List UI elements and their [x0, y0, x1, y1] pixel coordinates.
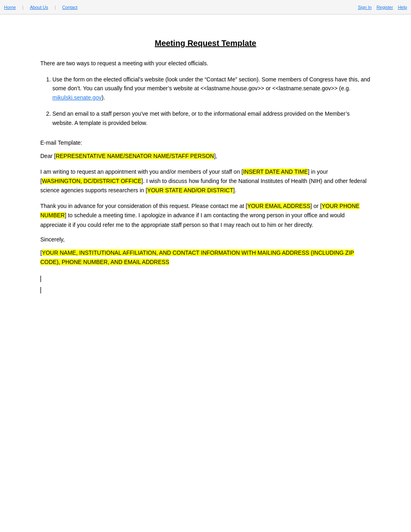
list-item-1-text-after: ). — [102, 94, 105, 101]
email-label: E-mail Template: — [40, 139, 371, 146]
para2-mid2: ] to schedule a meeting time. I apologiz… — [40, 212, 345, 228]
dear-line: Dear [REPRESENTATIVE NAME/SENATOR NAME/S… — [40, 152, 371, 161]
dear-highlight: REPRESENTATIVE NAME/SENATOR NAME/STAFF P… — [56, 153, 214, 159]
para2-before: Thank you in advance for your considerat… — [40, 203, 247, 209]
cursor-2 — [40, 287, 41, 293]
top-bar: Home | About Us | Contact Sign In Regist… — [0, 0, 411, 15]
sincerely: Sincerely, — [40, 236, 371, 243]
document-title: Meeting Request Template — [40, 39, 371, 48]
document-body: Meeting Request Template There are two w… — [0, 15, 411, 328]
top-bar-sep-1: | — [22, 5, 23, 10]
para1-h1: INSERT DATE AND TIME — [243, 168, 308, 175]
top-bar-link-3[interactable]: Contact — [62, 5, 77, 10]
page-container: Home | About Us | Contact Sign In Regist… — [0, 0, 411, 532]
dear-before: Dear [ — [40, 153, 56, 159]
para2-h1: YOUR EMAIL ADDRESS — [247, 203, 311, 209]
email-para-1: I am writing to request an appointment w… — [40, 167, 371, 195]
list-item-1: Use the form on the elected official’s w… — [52, 75, 371, 102]
para1-h2: WASHINGTON, DC/DISTRICT OFFICE — [42, 178, 141, 184]
email-para-2: Thank you in advance for your considerat… — [40, 202, 371, 229]
top-bar-right: Sign In Register Help — [358, 5, 407, 10]
para1-h3: YOUR STATE AND/OR DISTRICT — [147, 187, 233, 193]
mikulski-link[interactable]: mikulski.senate.gov — [52, 94, 102, 101]
para2-mid1: ] or [ — [310, 203, 322, 209]
para1-end: ]. — [233, 187, 237, 193]
intro-text: There are two ways to request a meeting … — [40, 59, 371, 68]
para1-before: I am writing to request an appointment w… — [40, 168, 243, 175]
top-bar-link-2[interactable]: About Us — [30, 5, 48, 10]
top-bar-sep-2: | — [54, 5, 56, 10]
signature-block: [YOUR NAME, INSTITUTIONAL AFFILIATION, A… — [40, 248, 371, 267]
dear-after: ], — [214, 153, 217, 159]
top-bar-link-1[interactable]: Home — [4, 5, 16, 10]
blank-line-2 — [40, 285, 371, 296]
list-item-1-text-before: Use the form on the elected official’s w… — [52, 76, 370, 91]
top-bar-right-link-2[interactable]: Register — [376, 5, 393, 10]
numbered-list: Use the form on the elected official’s w… — [52, 75, 371, 127]
top-bar-right-link-1[interactable]: Sign In — [358, 5, 372, 10]
blank-line-1 — [40, 273, 371, 285]
cursor-1 — [40, 276, 41, 282]
top-bar-right-link-3[interactable]: Help — [398, 5, 407, 10]
sig-highlight: YOUR NAME, INSTITUTIONAL AFFILIATION, AN… — [40, 249, 354, 265]
list-item-2: Send an email to a staff person you’ve m… — [52, 109, 371, 127]
